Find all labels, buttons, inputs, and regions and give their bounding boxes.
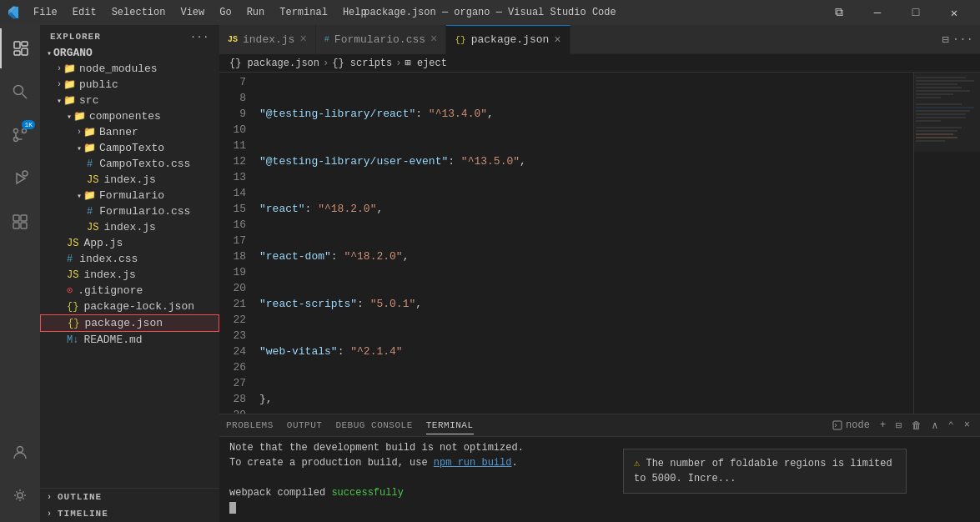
- activity-explorer[interactable]: [0, 28, 40, 68]
- window-minimize-btn[interactable]: —: [858, 0, 897, 25]
- outline-section[interactable]: › OUTLINE: [40, 489, 219, 505]
- menu-edit[interactable]: Edit: [66, 5, 103, 20]
- tree-item-label: index.js: [103, 221, 155, 233]
- chevron-icon: ▾: [57, 96, 62, 106]
- terminal-prompt[interactable]: [229, 502, 970, 514]
- js-icon: JS: [67, 238, 78, 249]
- code-line: "@testing-library/user-event": "^13.5.0"…: [259, 153, 913, 169]
- add-terminal-icon[interactable]: +: [877, 418, 889, 433]
- activity-search[interactable]: [0, 72, 40, 112]
- tree-item-label: Formulario.css: [99, 205, 190, 218]
- tree-gitignore[interactable]: ⊙ .gitignore: [40, 283, 219, 299]
- window-tile-btn[interactable]: ⧉: [820, 0, 858, 25]
- titlebar: File Edit Selection View Go Run Terminal…: [0, 0, 980, 25]
- tab-formulariocss[interactable]: # Formulario.css ×: [316, 25, 447, 54]
- tab-icon: #: [324, 35, 329, 44]
- panel-close-icon[interactable]: ×: [961, 418, 973, 433]
- tree-indexcss[interactable]: # index.css: [40, 251, 219, 267]
- tab-label: index.js: [243, 33, 294, 46]
- timeline-label: TIMELINE: [58, 509, 108, 519]
- breadcrumb-file[interactable]: {} package.json: [229, 58, 319, 69]
- tree-campotexto[interactable]: ▾ 📁 CampoTexto: [40, 140, 219, 156]
- menu-run[interactable]: Run: [240, 5, 272, 20]
- split-editor-icon[interactable]: ⊟: [942, 33, 948, 47]
- panel-maximize-icon[interactable]: ⌃: [945, 418, 957, 434]
- tree-formulario-indexjs[interactable]: JS index.js: [40, 219, 219, 235]
- panel-tab-debug[interactable]: DEBUG CONSOLE: [335, 417, 412, 434]
- menu-selection[interactable]: Selection: [105, 5, 173, 20]
- tree-campotexto-indexjs[interactable]: JS index.js: [40, 172, 219, 188]
- tree-appjs[interactable]: JS App.js: [40, 235, 219, 251]
- tree-indexjs[interactable]: JS index.js: [40, 267, 219, 283]
- tree-campotexto-css[interactable]: # CampoTexto.css: [40, 156, 219, 172]
- js-icon: JS: [87, 222, 98, 233]
- tab-icon: {}: [455, 35, 465, 45]
- window-controls: ⧉ — □ ✕: [820, 0, 973, 25]
- activity-bar: 1K: [0, 25, 40, 522]
- more-tabs-icon[interactable]: ···: [952, 33, 973, 46]
- panel-tab-terminal[interactable]: TERMINAL: [426, 417, 474, 434]
- tree-componentes[interactable]: ▾ 📁 componentes: [40, 108, 219, 124]
- explorer-menu-icon[interactable]: ···: [190, 32, 209, 42]
- panel-tab-output[interactable]: OUTPUT: [287, 417, 323, 434]
- tree-item-label: componentes: [89, 110, 161, 123]
- terminal-trash-icon[interactable]: 🗑: [908, 418, 925, 434]
- activity-account[interactable]: [0, 432, 40, 472]
- tree-formulario[interactable]: ▾ 📁 Formulario: [40, 188, 219, 203]
- code-line: "@testing-library/react": "^13.4.0",: [259, 106, 913, 122]
- notification-text: The number of foldable regions is limite…: [634, 458, 892, 484]
- shell-selector[interactable]: node: [829, 418, 873, 433]
- notification-popup: ⚠ The number of foldable regions is limi…: [623, 449, 907, 494]
- tree-packagejson[interactable]: {} package.json: [40, 314, 219, 332]
- breadcrumb-eject[interactable]: ⊞ eject: [405, 57, 446, 69]
- tree-public[interactable]: › 📁 public: [40, 77, 219, 93]
- tree-node-modules[interactable]: › 📁 node_modules: [40, 61, 219, 77]
- activity-extensions[interactable]: [0, 202, 40, 242]
- tab-close-icon[interactable]: ×: [554, 33, 560, 47]
- breadcrumb-scripts[interactable]: {} scripts: [332, 58, 392, 69]
- tree-formulario-css[interactable]: # Formulario.css: [40, 203, 219, 219]
- tree-readmemd[interactable]: M↓ README.md: [40, 332, 219, 348]
- window-maximize-btn[interactable]: □: [897, 0, 935, 25]
- terminal-split-icon[interactable]: ⊟: [892, 418, 905, 434]
- panel-tab-problems[interactable]: PROBLEMS: [226, 417, 274, 434]
- tree-root[interactable]: ▾ ORGANO: [40, 45, 219, 61]
- tree-item-label: App.js: [83, 237, 123, 249]
- tab-close-icon[interactable]: ×: [299, 33, 306, 46]
- activity-settings[interactable]: [0, 475, 40, 515]
- code-editor[interactable]: 7 8 9 10 11 12 13 14 15 16 17 18 19 20 2…: [219, 73, 980, 414]
- git-icon: ⊙: [67, 284, 73, 297]
- line-numbers: 7 8 9 10 11 12 13 14 15 16 17 18 19 20 2…: [219, 73, 253, 414]
- tab-indexjs[interactable]: JS index.js ×: [219, 25, 316, 54]
- titlebar-menu: File Edit Selection View Go Run Terminal…: [27, 5, 374, 20]
- svg-rect-3: [14, 51, 20, 55]
- tree-packagelockjson[interactable]: {} package-lock.json: [40, 299, 219, 314]
- timeline-section[interactable]: › TIMELINE: [40, 505, 219, 522]
- folder-icon: 📁: [63, 94, 76, 107]
- tab-icon: JS: [228, 35, 238, 44]
- activity-run[interactable]: [0, 158, 40, 198]
- code-content[interactable]: "@testing-library/react": "^13.4.0", "@t…: [253, 73, 913, 414]
- sidebar: EXPLORER ··· ▾ ORGANO › 📁 node_modules ›…: [40, 25, 219, 522]
- menu-file[interactable]: File: [27, 5, 64, 20]
- npm-link[interactable]: npm run build: [434, 457, 512, 469]
- chevron-icon: ›: [77, 128, 82, 137]
- main-layout: 1K: [0, 25, 980, 522]
- panel-tabs: PROBLEMS OUTPUT DEBUG CONSOLE TERMINAL n…: [219, 414, 980, 437]
- menu-go[interactable]: Go: [213, 5, 238, 20]
- tree-banner[interactable]: › 📁 Banner: [40, 124, 219, 140]
- menu-view[interactable]: View: [173, 5, 211, 20]
- svg-rect-13: [21, 223, 27, 228]
- tree-src[interactable]: ▾ 📁 src: [40, 93, 219, 108]
- code-line: "react": "^18.2.0",: [259, 201, 913, 217]
- tab-packagejson[interactable]: {} package.json ×: [446, 25, 570, 54]
- activity-scm[interactable]: 1K: [0, 115, 40, 155]
- window-close-btn[interactable]: ✕: [935, 0, 973, 25]
- terminal-chevron-up-icon[interactable]: ∧: [928, 418, 941, 434]
- tree-item-label: index.js: [83, 269, 135, 281]
- menu-terminal[interactable]: Terminal: [273, 5, 334, 20]
- tab-close-icon[interactable]: ×: [430, 33, 437, 46]
- tree-item-label: README.md: [83, 334, 142, 346]
- folder-icon: 📁: [63, 63, 76, 75]
- svg-rect-11: [21, 215, 27, 221]
